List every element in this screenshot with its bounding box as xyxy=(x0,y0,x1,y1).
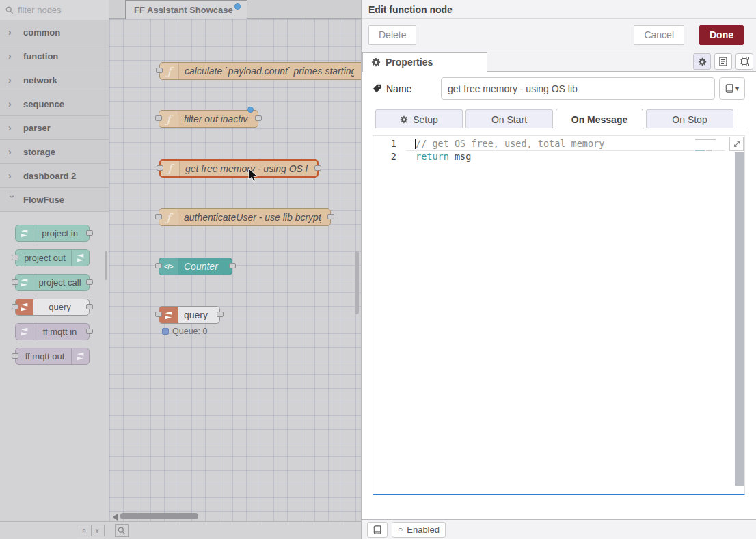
template-icon: </> xyxy=(159,258,178,275)
function-icon: ƒ xyxy=(159,111,178,127)
function-icon: ƒ xyxy=(160,63,179,79)
line-number: 1 xyxy=(376,137,396,150)
node-port xyxy=(314,165,321,171)
edit-description-button[interactable] xyxy=(714,53,732,70)
tray-title: Edit function node xyxy=(362,0,756,19)
cancel-button[interactable]: Cancel xyxy=(634,25,684,45)
node-port xyxy=(12,255,18,260)
workspace-footer xyxy=(109,522,361,539)
library-button[interactable] xyxy=(367,522,388,538)
canvas-node-query[interactable]: query Queue: 0 xyxy=(159,306,220,324)
palette-scrollbar[interactable] xyxy=(105,251,107,280)
node-port xyxy=(155,115,162,121)
chevron-right-icon: › xyxy=(8,170,19,181)
palette-search-box xyxy=(0,0,109,20)
status-dot-icon xyxy=(162,328,169,335)
delete-button[interactable]: Delete xyxy=(368,25,416,45)
palette-node-ff-mqtt-in[interactable]: ff mqtt in xyxy=(15,323,90,340)
tray-footer: ○ Enabled xyxy=(362,519,756,539)
palette-scroll-down-button[interactable]: » xyxy=(91,525,105,536)
node-red-editor: ›common ›function ›network ›sequence ›pa… xyxy=(0,0,756,539)
palette-category-function[interactable]: ›function xyxy=(0,44,109,68)
library-dropdown-button[interactable]: ▾ xyxy=(719,77,745,100)
node-port xyxy=(255,115,262,121)
palette-category-flowfuse[interactable]: ›FlowFuse xyxy=(0,188,109,212)
canvas-node-authenticate-user[interactable]: ƒ authenticateUser - use lib bcryptjs xyxy=(159,208,331,226)
palette-node-project-in[interactable]: project in xyxy=(15,225,90,242)
enabled-circle-icon: ○ xyxy=(398,525,403,534)
tab-properties[interactable]: Properties xyxy=(362,52,487,72)
palette-scroll-up-button[interactable]: » xyxy=(77,525,90,536)
palette-sidebar: ›common ›function ›network ›sequence ›pa… xyxy=(0,0,109,539)
search-flows-button[interactable] xyxy=(115,524,129,537)
palette-category-network[interactable]: ›network xyxy=(0,68,109,92)
node-port xyxy=(157,165,163,171)
node-port xyxy=(155,214,162,219)
tab-on-stop[interactable]: On Stop xyxy=(646,109,733,128)
mqtt-icon xyxy=(16,324,33,340)
node-appearance-button[interactable] xyxy=(735,53,753,70)
palette-node-query[interactable]: query xyxy=(15,299,90,316)
name-field-row: Name ▾ xyxy=(373,77,745,100)
palette-flowfuse-nodes: project in project out project call xyxy=(0,212,109,376)
palette-category-parser[interactable]: ›parser xyxy=(0,116,109,140)
palette-category-sequence[interactable]: ›sequence xyxy=(0,92,109,116)
chevron-right-icon: › xyxy=(8,74,19,85)
scrollbar-thumb[interactable] xyxy=(120,513,198,519)
modified-dot-icon xyxy=(247,107,254,113)
canvas-horizontal-scrollbar[interactable] xyxy=(109,512,361,521)
appearance-icon xyxy=(740,57,749,66)
canvas-node-get-free-memory[interactable]: ƒ get free memory - using OS lib xyxy=(159,159,319,178)
done-button[interactable]: Done xyxy=(699,25,744,45)
caret-down-icon: ▾ xyxy=(735,85,739,92)
palette-category-storage[interactable]: ›storage xyxy=(0,140,109,164)
book-icon xyxy=(373,525,381,534)
node-port xyxy=(155,263,162,268)
code-line-1: // get OS free, used, total memory xyxy=(416,137,727,150)
mqtt-icon xyxy=(71,348,89,364)
editor-footer: » » xyxy=(0,521,361,539)
gear-icon xyxy=(400,115,408,124)
name-input[interactable] xyxy=(441,77,715,100)
node-port xyxy=(12,279,18,285)
function-editor-tabs: Setup On Start On Message On Stop xyxy=(375,109,745,128)
gear-icon xyxy=(371,57,381,67)
function-code-editor[interactable]: 1 2 // get OS free, used, total memory r… xyxy=(373,135,745,495)
palette-node-project-call[interactable]: project call xyxy=(15,274,90,291)
palette-category-dashboard2[interactable]: ›dashboard 2 xyxy=(0,164,109,188)
palette-node-ff-mqtt-out[interactable]: ff mqtt out xyxy=(15,348,90,365)
palette-filter-input[interactable] xyxy=(18,5,103,15)
canvas-node-filter-out-inactive[interactable]: ƒ filter out inactive xyxy=(159,110,258,128)
flow-tab-ff-assistant-showcase[interactable]: FF Assistant Showcase xyxy=(125,0,247,19)
node-port xyxy=(86,329,93,334)
canvas-vertical-scrollbar[interactable] xyxy=(355,251,359,314)
expand-editor-button[interactable] xyxy=(729,137,744,151)
node-port xyxy=(86,230,93,236)
canvas-node-calculate-primes[interactable]: ƒ calculate `payload.count` primes start… xyxy=(159,62,361,80)
tab-on-start[interactable]: On Start xyxy=(465,109,553,128)
canvas-grid[interactable] xyxy=(109,19,361,521)
scroll-left-arrow-icon[interactable] xyxy=(113,514,118,521)
canvas-node-counter[interactable]: </> Counter xyxy=(159,258,232,275)
mouse-cursor-icon xyxy=(248,168,258,183)
node-port xyxy=(327,214,334,219)
function-icon: ƒ xyxy=(159,209,178,225)
workspace-canvas[interactable]: FF Assistant Showcase ƒ calculate `paylo… xyxy=(109,0,361,539)
palette-node-project-out[interactable]: project out xyxy=(15,249,90,266)
edit-tray: Edit function node Delete Cancel Done Pr… xyxy=(361,0,756,539)
node-port xyxy=(229,263,236,268)
search-icon xyxy=(5,6,14,14)
enabled-toggle-button[interactable]: ○ Enabled xyxy=(392,522,446,538)
editor-scrollbar[interactable] xyxy=(735,152,744,486)
tab-on-message[interactable]: On Message xyxy=(556,109,643,129)
name-label: Name xyxy=(386,83,411,94)
book-icon xyxy=(725,84,733,93)
tab-setup[interactable]: Setup xyxy=(375,109,463,128)
node-port xyxy=(86,279,93,285)
search-icon xyxy=(118,527,126,535)
node-port xyxy=(156,68,163,73)
palette-category-common[interactable]: ›common xyxy=(0,20,109,44)
project-icon xyxy=(16,225,33,241)
function-icon: ƒ xyxy=(161,161,180,176)
edit-properties-button[interactable] xyxy=(693,53,711,70)
